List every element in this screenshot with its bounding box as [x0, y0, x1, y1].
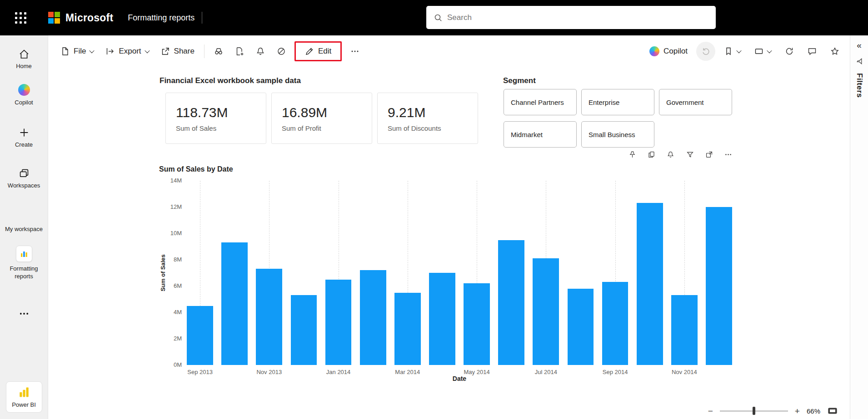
- y-tick-label: 8M: [159, 256, 182, 263]
- bar-sep-2014[interactable]: [602, 282, 629, 365]
- more-icon: [350, 47, 359, 56]
- chart-title: Sum of Sales by Date: [159, 165, 233, 173]
- y-tick-label: 4M: [159, 309, 182, 315]
- bar-slot: [217, 181, 252, 365]
- card-label: Sum of Discounts: [388, 124, 468, 132]
- bar-apr-2014[interactable]: [429, 273, 455, 365]
- app-launcher-button[interactable]: [5, 0, 35, 35]
- refresh-button[interactable]: [780, 42, 799, 61]
- zoom-out-button[interactable]: −: [708, 407, 713, 415]
- zoom-slider[interactable]: [720, 410, 788, 412]
- bar-aug-2014[interactable]: [568, 289, 594, 365]
- report-bars-icon: [20, 249, 29, 258]
- card-label: Sum of Profit: [282, 124, 362, 132]
- app-title[interactable]: Formatting reports: [128, 13, 195, 23]
- nav-more-button[interactable]: [3, 308, 45, 319]
- bar-slot: [702, 181, 736, 365]
- nav-item-copilot[interactable]: Copilot: [3, 84, 45, 106]
- nav-item-label: My workspace: [5, 226, 43, 233]
- report-toolbar: File Export Share: [48, 35, 850, 67]
- slicer-option-midmarket[interactable]: Midmarket: [504, 121, 577, 148]
- reset-button[interactable]: [696, 42, 715, 61]
- card-sum-of-profit[interactable]: 16.89M Sum of Profit: [271, 93, 372, 144]
- comments-button[interactable]: [803, 42, 822, 61]
- report-canvas: Financial Excel workbook sample data 118…: [48, 67, 850, 403]
- app-body: Home Copilot Create Workspaces My worksp…: [0, 35, 868, 419]
- toolbar-more-button[interactable]: [345, 42, 364, 61]
- bookmarks-button[interactable]: [719, 43, 746, 60]
- bar-oct-2013[interactable]: [221, 242, 248, 365]
- chart-plot: Sep 2013Nov 2013Jan 2014Mar 2014May 2014…: [183, 181, 736, 365]
- power-bi-badge[interactable]: Power BI: [6, 381, 42, 413]
- bar-jan-2014[interactable]: [325, 280, 352, 365]
- card-sum-of-discounts[interactable]: 9.21M Sum of Discounts: [377, 93, 478, 144]
- copilot-button[interactable]: Copilot: [644, 42, 693, 60]
- slicer-option-enterprise[interactable]: Enterprise: [581, 89, 654, 115]
- y-tick-label: 14M: [159, 177, 182, 184]
- share-button[interactable]: Share: [156, 43, 200, 60]
- bar-nov-2014[interactable]: [671, 295, 698, 365]
- slicer-option-channel-partners[interactable]: Channel Partners: [504, 89, 577, 115]
- export-menu-button[interactable]: Export: [100, 43, 154, 60]
- bar-dec-2013[interactable]: [291, 295, 317, 365]
- kpi-cards: 118.73M Sum of Sales 16.89M Sum of Profi…: [165, 93, 478, 144]
- fit-to-page-button[interactable]: [827, 405, 838, 416]
- filters-pane-collapsed: « Filters: [850, 35, 868, 419]
- nav-item-label: Home: [16, 63, 32, 70]
- alert-icon[interactable]: [667, 151, 674, 158]
- main-area: File Export Share: [48, 35, 850, 419]
- card-sum-of-sales[interactable]: 118.73M Sum of Sales: [165, 93, 266, 144]
- zoom-slider-handle[interactable]: [753, 407, 755, 415]
- search-icon: [434, 13, 443, 22]
- bar-may-2014[interactable]: [464, 283, 490, 365]
- y-tick-label: 0M: [159, 361, 182, 368]
- search-box[interactable]: [426, 6, 716, 29]
- bar-feb-2014[interactable]: [360, 270, 386, 365]
- segment-slicer: Channel Partners Enterprise Government M…: [504, 89, 733, 148]
- top-app-bar: Microsoft Formatting reports: [0, 0, 868, 35]
- nav-item-home[interactable]: Home: [3, 49, 45, 70]
- subscribe-button[interactable]: [230, 42, 249, 61]
- bar-sep-2013[interactable]: [187, 306, 213, 365]
- bar-mar-2014[interactable]: [394, 293, 421, 365]
- x-tick-label: Nov 2014: [672, 369, 697, 375]
- search-input[interactable]: [447, 13, 708, 22]
- popout-icon[interactable]: [705, 151, 713, 158]
- microsoft-logo[interactable]: Microsoft: [48, 12, 113, 24]
- x-tick-label: Jan 2014: [326, 369, 351, 375]
- zoom-in-button[interactable]: +: [795, 407, 800, 415]
- y-tick-label: 6M: [159, 282, 182, 289]
- notifications-button[interactable]: [251, 42, 270, 61]
- pin-icon[interactable]: [629, 151, 636, 158]
- filters-pane-title[interactable]: Filters: [855, 73, 864, 98]
- x-tick-label: May 2014: [464, 369, 490, 375]
- slicer-option-government[interactable]: Government: [659, 89, 732, 115]
- view-button[interactable]: [749, 43, 776, 60]
- x-axis-title: Date: [183, 375, 736, 382]
- more-icon[interactable]: [724, 151, 732, 158]
- home-icon: [19, 49, 30, 59]
- favorite-button[interactable]: [825, 42, 844, 61]
- sales-by-date-chart[interactable]: Sum of Sales by Date Sum of Sales 0M2M4M…: [159, 163, 741, 389]
- slicer-option-small-business[interactable]: Small Business: [581, 121, 654, 148]
- restricted-button[interactable]: [272, 42, 291, 61]
- explore-icon: [214, 47, 223, 56]
- edit-button[interactable]: Edit: [303, 46, 333, 57]
- nav-item-workspaces[interactable]: Workspaces: [3, 168, 45, 189]
- edit-highlight-box: Edit: [294, 41, 342, 61]
- filters-funnel-icon[interactable]: [856, 58, 863, 65]
- power-bi-app: Microsoft Formatting reports Home Copilo…: [0, 0, 868, 419]
- expand-pane-button[interactable]: «: [857, 41, 862, 49]
- bar-jul-2014[interactable]: [533, 258, 559, 365]
- bar-dec-2014[interactable]: [706, 207, 732, 365]
- bar-nov-2013[interactable]: [256, 269, 282, 365]
- nav-item-my-workspace[interactable]: My workspace: [3, 226, 45, 233]
- filter-icon[interactable]: [686, 151, 694, 158]
- bar-jun-2014[interactable]: [498, 240, 524, 365]
- nav-item-formatting-reports[interactable]: Formatting reports: [3, 246, 45, 280]
- copy-icon[interactable]: [648, 151, 655, 158]
- file-menu-button[interactable]: File: [55, 43, 99, 60]
- nav-item-create[interactable]: Create: [3, 127, 45, 148]
- explore-button[interactable]: [209, 42, 228, 61]
- bar-oct-2014[interactable]: [637, 203, 663, 365]
